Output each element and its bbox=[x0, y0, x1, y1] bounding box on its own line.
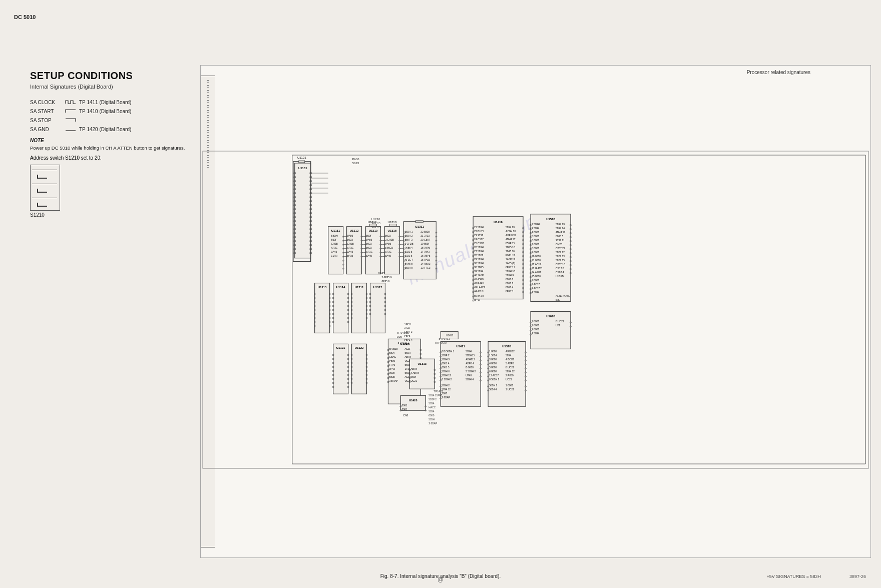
svg-text:40 1A5P: 40 1A5P bbox=[474, 274, 484, 277]
svg-text:583H 6: 583H 6 bbox=[442, 370, 450, 373]
svg-text:4BH4 17: 4BH4 17 bbox=[506, 238, 516, 241]
schematic-svg: U1101 bbox=[201, 66, 870, 557]
svg-text:UC21: UC21 bbox=[506, 378, 512, 381]
setup-subtitle: Internal Signatures (Digital Board) bbox=[30, 84, 200, 90]
svg-text:2 8000: 2 8000 bbox=[532, 324, 539, 327]
svg-text:S/S: S/S bbox=[556, 298, 560, 301]
svg-text:5 ABF8: 5 ABF8 bbox=[506, 362, 514, 365]
svg-text:12 AC17: 12 AC17 bbox=[489, 374, 499, 377]
svg-text:3 5834: 3 5834 bbox=[532, 227, 539, 230]
svg-text:CH2B: CH2B bbox=[331, 242, 338, 245]
stop-waveform-icon bbox=[65, 117, 77, 124]
svg-text:28 5823: 28 5823 bbox=[474, 254, 483, 257]
svg-text:0000 8: 0000 8 bbox=[506, 278, 513, 281]
setup-title: SETUP CONDITIONS bbox=[30, 70, 200, 82]
svg-text:CH2B: CH2B bbox=[556, 243, 563, 246]
svg-text:4 5834: 4 5834 bbox=[532, 332, 539, 335]
svg-text:583H 9: 583H 9 bbox=[404, 266, 412, 269]
svg-text:AF3C: AF3C bbox=[347, 246, 354, 249]
svg-text:ABF8: ABF8 bbox=[410, 367, 417, 370]
svg-text:P896: P896 bbox=[389, 359, 395, 362]
svg-text:AC8H 30: AC8H 30 bbox=[506, 230, 516, 233]
svg-text:F8A1 17: F8A1 17 bbox=[506, 254, 515, 257]
svg-text:1A85 (2): 1A85 (2) bbox=[506, 262, 515, 265]
svg-text:583H15: 583H15 bbox=[371, 226, 380, 229]
svg-text:AR8512: AR8512 bbox=[506, 350, 515, 353]
svg-text:583H 9: 583H 9 bbox=[506, 274, 514, 277]
ic-u1312: U1312 bbox=[369, 283, 386, 333]
sa-gnd-label: SA GND bbox=[30, 127, 65, 132]
svg-text:P8P6: P8P6 bbox=[404, 334, 410, 337]
svg-text:5623: 5623 bbox=[347, 238, 353, 241]
svg-text:3 8BAP: 3 8BAP bbox=[428, 422, 437, 425]
svg-text:0000: 0000 bbox=[389, 371, 394, 374]
svg-text:583H 10: 583H 10 bbox=[506, 270, 515, 273]
svg-text:U1210: U1210 bbox=[369, 229, 378, 232]
ic-u1518: U1518 1 583H 3 5834 4 8000 5 8000 6 0000… bbox=[530, 214, 572, 302]
svg-text:30 583H: 30 583H bbox=[474, 262, 484, 265]
svg-text:AF3C 7: AF3C 7 bbox=[404, 258, 413, 261]
svg-text:3 8000: 3 8000 bbox=[489, 358, 497, 361]
sa-stop-row: SA STOP bbox=[30, 117, 200, 124]
svg-text:HACC: HACC bbox=[428, 406, 436, 409]
svg-text:CN0: CN0 bbox=[403, 414, 408, 417]
svg-text:U1114: U1114 bbox=[336, 286, 345, 289]
sa-gnd-row: SA GND TP 1420 (Digital Board) bbox=[30, 126, 200, 133]
switch-diagram bbox=[30, 165, 60, 211]
svg-text:5834 29: 5834 29 bbox=[506, 226, 515, 229]
start-waveform-icon bbox=[65, 108, 77, 115]
svg-text:5B5F 2: 5B5F 2 bbox=[428, 398, 436, 401]
svg-text:42 R4A5: 42 R4A5 bbox=[474, 282, 484, 285]
ic-u1122: U1122 bbox=[351, 344, 367, 394]
svg-text:U1311: U1311 bbox=[415, 225, 424, 228]
svg-text:14 A8U3: 14 A8U3 bbox=[420, 262, 430, 265]
svg-text:U1101: U1101 bbox=[298, 167, 307, 170]
svg-text:5834 29: 5834 29 bbox=[556, 223, 565, 226]
svg-text:AF3C: AF3C bbox=[331, 246, 338, 249]
svg-text:12 AC17: 12 AC17 bbox=[532, 263, 541, 266]
note-section: NOTE Power up DC 5010 while holding in C… bbox=[30, 138, 200, 151]
ic-u1318: U1318 5923 3 CH2B PA86 5 5923 AF3C 8A45 bbox=[384, 227, 400, 274]
svg-text:1 0000: 1 0000 bbox=[506, 384, 513, 387]
svg-text:10 0000: 10 0000 bbox=[532, 255, 541, 258]
svg-rect-167 bbox=[315, 283, 330, 333]
ic-u1618: U1618 1 8000 2 8000 3 8000 4 5834 8 UC21… bbox=[530, 312, 572, 349]
svg-text:22 583H: 22 583H bbox=[420, 230, 430, 233]
svg-text:8P35 9: 8P35 9 bbox=[381, 280, 389, 283]
svg-text:0001 5: 0001 5 bbox=[442, 366, 449, 369]
svg-text:39 5834: 39 5834 bbox=[474, 270, 483, 273]
svg-text:8A45: 8A45 bbox=[366, 254, 372, 257]
svg-text:22 BU71: 22 BU71 bbox=[474, 230, 484, 233]
svg-text:583H 2: 583H 2 bbox=[442, 384, 450, 387]
svg-text:PA86: PA86 bbox=[347, 234, 353, 237]
svg-rect-614 bbox=[299, 161, 305, 163]
svg-text:11FN: 11FN bbox=[331, 254, 338, 257]
svg-rect-608 bbox=[389, 224, 396, 226]
svg-text:U1528: U1528 bbox=[502, 345, 511, 348]
svg-text:C507 3: C507 3 bbox=[404, 330, 412, 333]
svg-rect-235 bbox=[333, 344, 348, 394]
svg-text:B 0000: B 0000 bbox=[466, 366, 474, 369]
svg-text:0 583H 2: 0 583H 2 bbox=[442, 378, 452, 381]
svg-text:U1318: U1318 bbox=[388, 221, 397, 224]
svg-rect-187 bbox=[333, 283, 348, 333]
svg-text:1 583H: 1 583H bbox=[532, 223, 540, 226]
svg-text:U1101: U1101 bbox=[297, 156, 306, 159]
svg-text:0000: 0000 bbox=[428, 414, 434, 417]
svg-text:AF3C: AF3C bbox=[366, 250, 373, 253]
svg-text:U74II: U74II bbox=[466, 374, 472, 377]
svg-text:1 8000: 1 8000 bbox=[489, 350, 497, 353]
svg-text:7845 16: 7845 16 bbox=[506, 250, 515, 253]
note-text: Power up DC 5010 while holding in CH A A… bbox=[30, 145, 200, 151]
svg-text:U1313: U1313 bbox=[418, 362, 427, 365]
svg-text:4 BCB8: 4 BCB8 bbox=[506, 358, 514, 361]
svg-text:4BH4 17: 4BH4 17 bbox=[556, 231, 566, 234]
svg-text:43 I A4C3: 43 I A4C3 bbox=[474, 286, 485, 289]
svg-text:U1210: U1210 bbox=[371, 218, 380, 221]
svg-text:3 AC17: 3 AC17 bbox=[532, 287, 540, 290]
svg-text:0/S 583H 1: 0/S 583H 1 bbox=[442, 350, 454, 353]
svg-text:5923: 5923 bbox=[366, 242, 372, 245]
svg-text:0000 4: 0000 4 bbox=[506, 286, 513, 289]
sa-start-label: SA START bbox=[30, 109, 65, 114]
page: DC 5010 SETUP CONDITIONS Internal Signat… bbox=[0, 0, 881, 588]
